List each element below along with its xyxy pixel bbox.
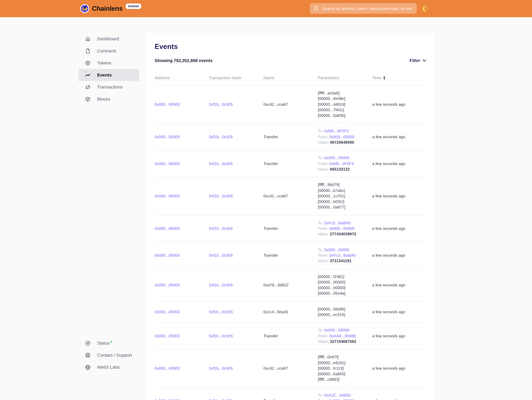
address-cell: 0x000...00000 bbox=[155, 333, 209, 339]
event-row: 0x000...000000xf1b...0c926TransferTo: 0x… bbox=[155, 123, 426, 150]
brand[interactable]: Chainlens testnet bbox=[80, 0, 141, 17]
params-cell: To: 0x000...00000From: 0xfd0...0F5F3Valu… bbox=[318, 155, 372, 172]
param-item: [00000...f1981] bbox=[318, 274, 372, 279]
tx-hash-link[interactable]: 0xf1b...0c926 bbox=[209, 226, 233, 231]
param-value-label: Value: bbox=[318, 339, 330, 343]
params-cell: [00000...f1981][00000...00000][00000...0… bbox=[318, 274, 372, 296]
sidebar-item-contact-support[interactable]: Contact / Support bbox=[78, 349, 139, 361]
from-address-link[interactable]: 0x000...00000 bbox=[329, 399, 354, 400]
sidebar-item-contracts[interactable]: Contracts bbox=[78, 45, 139, 57]
filter-label: Filter bbox=[410, 58, 420, 63]
address-link[interactable]: 0x000...00000 bbox=[155, 135, 180, 139]
tx-hash-link[interactable]: 0xf1b...0c926 bbox=[209, 310, 233, 314]
to-address-link[interactable]: 0xFc3...BaBA0 bbox=[324, 221, 351, 225]
column-header-time: Time bbox=[372, 75, 426, 80]
param-item: [fffff...0e67f] bbox=[318, 354, 372, 360]
address-link[interactable]: 0x000...00000 bbox=[155, 194, 180, 198]
param-from: From: 0x000...00000 bbox=[318, 226, 372, 231]
from-address-link[interactable]: 0xFc3...BaBA0 bbox=[329, 253, 356, 257]
param-item: [00000...e6241] bbox=[318, 360, 372, 366]
sidebar-item-status[interactable]: Status bbox=[78, 337, 139, 349]
status-icon bbox=[85, 340, 91, 346]
to-address-link[interactable]: 0x000...00000 bbox=[324, 248, 349, 252]
value-number: 3711341191 bbox=[330, 259, 351, 263]
address-cell: 0x000...00000 bbox=[155, 309, 209, 315]
search-input[interactable] bbox=[322, 6, 413, 11]
event-name: 0xd78...9d822 bbox=[263, 282, 318, 288]
sidebar-item-label: Status bbox=[97, 341, 112, 346]
address-cell: 0x000...00000 bbox=[155, 366, 209, 371]
sidebar-item-label: Events bbox=[97, 72, 112, 77]
sidebar-item-label: Contracts bbox=[97, 48, 116, 53]
to-address-link[interactable]: 0x000...00000 bbox=[324, 156, 349, 160]
event-name: 0x1c4...bbad1 bbox=[263, 309, 318, 315]
address-link[interactable]: 0x000...00000 bbox=[155, 310, 180, 314]
search-icon bbox=[314, 6, 319, 11]
event-name: Transfer bbox=[263, 134, 318, 140]
from-address-link[interactable]: 0xfd0...0F5F3 bbox=[329, 161, 354, 166]
tx-hash-link[interactable]: 0xf1b...0c926 bbox=[209, 283, 233, 287]
address-link[interactable]: 0x000...00000 bbox=[155, 283, 180, 287]
param-from: From: 0x000...00000 bbox=[318, 134, 372, 140]
filter-button[interactable]: Filter bbox=[410, 58, 426, 63]
param-from: From: 0xAAA...9588E bbox=[318, 333, 372, 339]
params-cell: To: 0xFc3...BaBA0From: 0x000...00000Valu… bbox=[318, 220, 372, 237]
param-item: [00000...7f42c] bbox=[318, 107, 372, 113]
event-time: a few seconds ago bbox=[372, 102, 426, 107]
tx-hash-link[interactable]: 0xf1b...0c926 bbox=[209, 399, 233, 400]
address-link[interactable]: 0x000...00000 bbox=[155, 102, 180, 106]
address-link[interactable]: 0x000...00000 bbox=[155, 161, 180, 166]
from-address-link[interactable]: 0xAAA...9588E bbox=[329, 334, 356, 338]
sidebar-item-events[interactable]: Events bbox=[78, 69, 139, 81]
sidebar-item-dashboard[interactable]: Dashboard bbox=[78, 33, 139, 45]
tx-hash-link[interactable]: 0xf1b...0c926 bbox=[209, 366, 233, 370]
event-time: a few seconds ago bbox=[372, 366, 426, 371]
sidebar-item-blocks[interactable]: Blocks bbox=[78, 93, 139, 105]
tx-hash-link[interactable]: 0xf1b...0c926 bbox=[209, 253, 233, 257]
address-cell: 0x000...00000 bbox=[155, 134, 209, 140]
params-cell: To: 0xfd0...0F5F3From: 0x000...00000Valu… bbox=[318, 128, 372, 145]
to-address-link[interactable]: 0xfd0...0F5F3 bbox=[324, 129, 349, 133]
tx-hash-link[interactable]: 0xf1b...0c926 bbox=[209, 194, 233, 198]
from-address-link[interactable]: 0x000...00000 bbox=[329, 226, 354, 231]
tx-hash-link[interactable]: 0xf1b...0c926 bbox=[209, 161, 233, 166]
tx-hash-cell: 0xf1b...0c926 bbox=[209, 134, 263, 140]
chainlens-logo-icon bbox=[80, 4, 89, 13]
tx-hash-link[interactable]: 0xf1b...0c926 bbox=[209, 102, 233, 106]
param-item: [00000...00000] bbox=[318, 279, 372, 285]
tx-hash-cell: 0xf1b...0c926 bbox=[209, 282, 263, 288]
dark-mode-toggle-moon-icon[interactable] bbox=[423, 5, 430, 12]
tx-hash-cell: 0xf1b...0c926 bbox=[209, 398, 263, 400]
event-time: a few seconds ago bbox=[372, 134, 426, 140]
events-table-body: 0x000...000000xf1b...0c9260xc42...cca67[… bbox=[155, 85, 426, 400]
param-item: [00000...56d96] bbox=[318, 306, 372, 312]
param-from: From: 0x000...00000 bbox=[318, 398, 372, 400]
address-link[interactable]: 0x000...00000 bbox=[155, 334, 180, 338]
address-link[interactable]: 0x000...00000 bbox=[155, 253, 180, 257]
to-address-link[interactable]: 0xA1C...43650 bbox=[324, 393, 350, 397]
params-cell: [fffff...ae3a6][00000...4e38e][00000...d… bbox=[318, 90, 372, 118]
sort-icon[interactable] bbox=[383, 76, 385, 80]
address-link[interactable]: 0x000...00000 bbox=[155, 399, 180, 400]
sidebar-item-tokens[interactable]: Tokens bbox=[78, 57, 139, 69]
to-address-link[interactable]: 0x000...00000 bbox=[324, 328, 349, 332]
from-address-link[interactable]: 0x000...00000 bbox=[329, 135, 354, 139]
sidebar-item-web3-labs[interactable]: Web3 Labs bbox=[78, 361, 139, 373]
sidebar-footer: Status Contact / Support bbox=[78, 337, 139, 373]
event-row: 0x000...000000xf1b...0c926TransferTo: 0x… bbox=[155, 387, 426, 400]
address-link[interactable]: 0x000...00000 bbox=[155, 366, 180, 370]
param-value-label: Value: bbox=[318, 259, 330, 263]
event-name: Transfer bbox=[263, 161, 318, 166]
address-link[interactable]: 0x000...00000 bbox=[155, 226, 180, 231]
tx-hash-link[interactable]: 0xf1b...0c926 bbox=[209, 135, 233, 139]
event-time: a few seconds ago bbox=[372, 252, 426, 258]
search-bar[interactable] bbox=[310, 3, 417, 14]
activity-icon bbox=[85, 72, 91, 78]
tx-hash-link[interactable]: 0xf1b...0c926 bbox=[209, 334, 233, 338]
param-item: [00000...bf262] bbox=[318, 199, 372, 205]
param-item: [00000...1c701] bbox=[318, 193, 372, 199]
table-header-row: Address Transaction Hash Name Parameters… bbox=[155, 75, 426, 85]
param-value: Value: 665132122 bbox=[318, 166, 372, 172]
sidebar-item-transactions[interactable]: Transactions bbox=[78, 81, 139, 93]
tx-hash-cell: 0xf1b...0c926 bbox=[209, 309, 263, 315]
